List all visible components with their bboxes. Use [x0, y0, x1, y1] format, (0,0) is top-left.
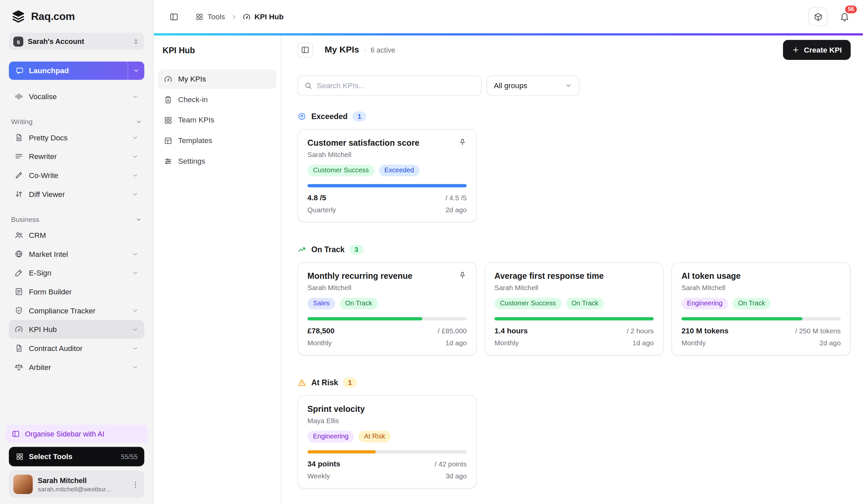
- kpi-cadence: Monthly: [495, 339, 519, 347]
- sidebar-item-label: E-Sign: [29, 269, 52, 277]
- kpi-title: Customer satisfaction score: [307, 138, 419, 148]
- pin-icon[interactable]: [454, 138, 466, 146]
- subnav-item-templates[interactable]: Templates: [158, 131, 276, 150]
- subnav-toggle-button[interactable]: [297, 42, 313, 58]
- pin-icon[interactable]: [454, 271, 466, 280]
- account-switcher[interactable]: s Sarah's Account: [9, 33, 145, 50]
- sidebar-item-e-sign[interactable]: E-Sign: [9, 263, 145, 282]
- organise-sidebar-ai-button[interactable]: Organise Sidebar with AI: [6, 425, 148, 443]
- kpi-progress-fill: [307, 450, 376, 454]
- sidebar-section-business[interactable]: Business: [11, 216, 142, 223]
- user-menu-button[interactable]: [131, 480, 140, 489]
- chevron-down-icon: [132, 250, 139, 258]
- sidebar-item-kpi-hub[interactable]: KPI Hub: [9, 320, 145, 339]
- layout-icon: [164, 136, 173, 145]
- cube-icon: [813, 12, 823, 21]
- tag-exceeded: Exceeded: [379, 165, 420, 176]
- kpi-progress-track: [495, 318, 653, 321]
- section-count-badge: 1: [343, 378, 357, 388]
- sidebar-item-label: Co-Write: [29, 171, 58, 179]
- section-header[interactable]: On Track 3: [297, 245, 851, 255]
- users-icon: [14, 231, 23, 240]
- kpi-card-ai-token-usage[interactable]: AI token usage Sarah Mitchell Engineerin…: [672, 262, 851, 356]
- section-at-risk: At Risk 1 Sprint velocity Maya Ellis Eng…: [297, 378, 851, 489]
- sidebar-item-contract-auditor[interactable]: Contract Auditor: [9, 339, 145, 358]
- sidebar-item-market-intel[interactable]: Market Intel: [9, 245, 145, 263]
- kpi-owner: Maya Ellis: [307, 417, 466, 425]
- sidebar-item-form-builder[interactable]: Form Builder: [9, 282, 145, 301]
- kpi-card-monthly-recurring-revenue[interactable]: Monthly recurring revenue Sarah Mitchell…: [297, 262, 476, 356]
- kpi-target: / 2 hours: [627, 327, 653, 335]
- sidebar-item-co-write[interactable]: Co-Write: [9, 166, 145, 185]
- kpi-value: 4.8 /5: [307, 194, 326, 202]
- sidebar-item-vocalise[interactable]: Vocalise: [9, 87, 145, 106]
- sidebar-item-compliance-tracker[interactable]: Compliance Tracker: [9, 301, 145, 320]
- chevron-down-icon: [136, 119, 142, 126]
- section-header[interactable]: At Risk 1: [297, 378, 851, 388]
- section-on-track: On Track 3 Monthly recurring revenue Sar…: [297, 245, 851, 356]
- main-panel: My KPIs · 6 active Create KPI All groups: [282, 36, 863, 504]
- sidebar-item-label: CRM: [29, 231, 46, 239]
- tag-engineering: Engineering: [681, 298, 728, 309]
- sidebar-item-arbiter[interactable]: Arbiter: [9, 358, 145, 377]
- app-window: Raq.com s Sarah's Account Launchpad Voca…: [0, 0, 863, 504]
- kpi-progress-fill: [495, 318, 653, 321]
- subnav-item-check-in[interactable]: Check-in: [158, 90, 276, 109]
- kpi-target: / 42 points: [435, 461, 467, 468]
- kpi-progress-track: [307, 450, 466, 454]
- organise-label: Organise Sidebar with AI: [25, 430, 104, 438]
- group-filter-select[interactable]: All groups: [487, 76, 579, 96]
- search-box[interactable]: [297, 76, 481, 96]
- create-kpi-button[interactable]: Create KPI: [783, 40, 851, 60]
- chevron-down-icon: [136, 216, 142, 223]
- tag-on-track: On Track: [566, 298, 604, 309]
- kpi-title: Average first response time: [495, 271, 604, 282]
- sidebar-item-label: KPI Hub: [29, 325, 57, 334]
- brand-name: Raq.com: [31, 11, 75, 23]
- kpi-card-average-first-response-time[interactable]: Average first response time Sarah Mitche…: [485, 262, 664, 356]
- kpi-card-customer-satisfaction[interactable]: Customer satisfaction score Sarah Mitche…: [297, 129, 476, 222]
- kpi-value: £78,500: [307, 327, 334, 335]
- section-header[interactable]: Exceeded 1: [297, 112, 851, 121]
- chevron-down-icon: [132, 191, 139, 198]
- launchpad-expand-button[interactable]: [127, 62, 144, 80]
- chevron-down-icon: [132, 153, 139, 160]
- sliders-icon: [164, 157, 173, 166]
- launchpad-label: Launchpad: [29, 66, 69, 75]
- search-input[interactable]: [317, 81, 475, 90]
- user-name: Sarah Mitchell: [38, 476, 111, 486]
- sidebar-item-label: Arbiter: [29, 363, 51, 371]
- select-tools-label: Select Tools: [29, 452, 73, 461]
- select-tools-button[interactable]: Select Tools 55/55: [9, 447, 145, 466]
- kpi-target: / 4.5 /5: [446, 194, 467, 202]
- tag-on-track: On Track: [733, 298, 771, 309]
- sidebar-item-diff-viewer[interactable]: Diff Viewer: [9, 185, 145, 204]
- kpi-card-sprint-velocity[interactable]: Sprint velocity Maya Ellis Engineering A…: [297, 396, 476, 489]
- gauge-icon: [164, 75, 173, 83]
- chevron-down-icon: [132, 326, 139, 333]
- sidebar-item-rewriter[interactable]: Rewriter: [9, 147, 145, 166]
- sidebar-item-crm[interactable]: CRM: [9, 225, 145, 245]
- sidebar-section-writing[interactable]: Writing: [11, 118, 142, 126]
- scales-icon: [14, 363, 23, 372]
- clipboard-icon: [164, 95, 173, 104]
- breadcrumb-tools[interactable]: Tools: [196, 13, 225, 21]
- plus-icon: [792, 46, 799, 54]
- chevron-down-icon: [132, 134, 139, 141]
- subnav-item-team-kpis[interactable]: Team KPIs: [158, 111, 276, 130]
- kpi-value: 34 points: [307, 460, 340, 468]
- notifications-button[interactable]: 56: [835, 7, 854, 26]
- sidebar-item-launchpad[interactable]: Launchpad: [9, 62, 145, 80]
- integrations-button[interactable]: [809, 7, 827, 26]
- subnav-item-settings[interactable]: Settings: [158, 151, 276, 171]
- tag-on-track: On Track: [340, 298, 377, 309]
- subnav-item-my-kpis[interactable]: My KPIs: [158, 69, 276, 89]
- dot-separator: ·: [364, 46, 366, 54]
- sidebar-item-label: Form Builder: [29, 287, 72, 296]
- sidebar-toggle-button[interactable]: [167, 10, 181, 24]
- chevron-updown-icon: [132, 38, 140, 45]
- sidebar-item-pretty-docs[interactable]: Pretty Docs: [9, 128, 145, 147]
- document-check-icon: [14, 344, 23, 353]
- user-profile[interactable]: Sarah Mitchell sarah.mitchell@westbur...: [9, 471, 145, 498]
- chevron-down-icon: [132, 269, 139, 276]
